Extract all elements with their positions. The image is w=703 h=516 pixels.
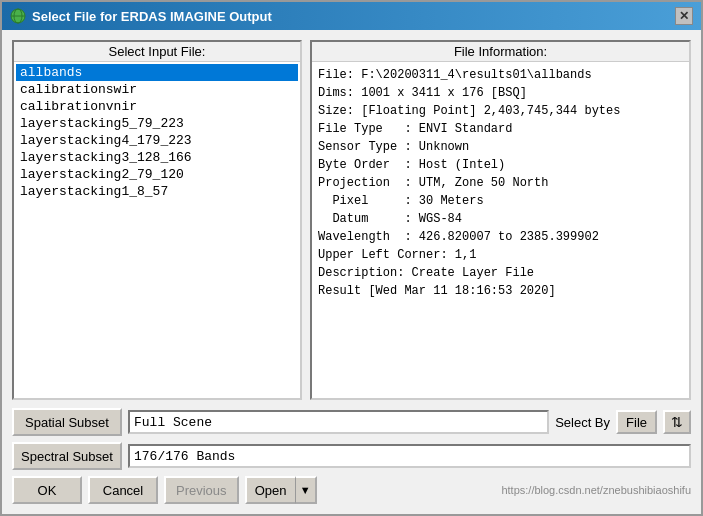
spatial-subset-value[interactable] bbox=[128, 410, 549, 434]
select-by-file-button[interactable]: File bbox=[616, 410, 657, 434]
spectral-subset-value[interactable] bbox=[128, 444, 691, 468]
title-bar: Select File for ERDAS IMAGINE Output ✕ bbox=[2, 2, 701, 30]
spectral-subset-button[interactable]: Spectral Subset bbox=[12, 442, 122, 470]
watermark: https://blog.csdn.net/znebushibiaoshifu bbox=[501, 484, 691, 496]
file-list-item[interactable]: layerstacking2_79_120 bbox=[16, 166, 298, 183]
file-info-content: File: F:\20200311_4\results01\allbands D… bbox=[312, 62, 689, 398]
close-button[interactable]: ✕ bbox=[675, 7, 693, 25]
sort-button[interactable]: ⇅ bbox=[663, 410, 691, 434]
action-row: OK Cancel Previous Open ▼ https://blog.c… bbox=[12, 476, 691, 504]
spatial-subset-button[interactable]: Spatial Subset bbox=[12, 408, 122, 436]
select-by-label: Select By bbox=[555, 415, 610, 430]
ok-button[interactable]: OK bbox=[12, 476, 82, 504]
file-list-item[interactable]: allbands bbox=[16, 64, 298, 81]
dialog-window: Select File for ERDAS IMAGINE Output ✕ S… bbox=[0, 0, 703, 516]
cancel-button[interactable]: Cancel bbox=[88, 476, 158, 504]
dialog-content: Select Input File: allbandscalibrationsw… bbox=[2, 30, 701, 514]
spectral-row: Spectral Subset bbox=[12, 442, 691, 470]
file-list[interactable]: allbandscalibrationswircalibrationvnirla… bbox=[14, 62, 300, 398]
previous-button[interactable]: Previous bbox=[164, 476, 239, 504]
title-bar-left: Select File for ERDAS IMAGINE Output bbox=[10, 8, 272, 24]
file-list-item[interactable]: layerstacking4_179_223 bbox=[16, 132, 298, 149]
left-panel: Select Input File: allbandscalibrationsw… bbox=[12, 40, 302, 400]
file-list-item[interactable]: calibrationvnir bbox=[16, 98, 298, 115]
right-panel-label: File Information: bbox=[312, 42, 689, 62]
open-dropdown-button[interactable]: ▼ bbox=[295, 476, 317, 504]
bottom-controls: Spatial Subset Select By File ⇅ Spectral… bbox=[12, 408, 691, 504]
open-split-button: Open ▼ bbox=[245, 476, 317, 504]
spatial-value-group bbox=[128, 410, 549, 434]
file-list-item[interactable]: calibrationswir bbox=[16, 81, 298, 98]
open-main-button[interactable]: Open bbox=[245, 476, 295, 504]
file-list-item[interactable]: layerstacking3_128_166 bbox=[16, 149, 298, 166]
title-text: Select File for ERDAS IMAGINE Output bbox=[32, 9, 272, 24]
left-panel-label: Select Input File: bbox=[14, 42, 300, 62]
file-list-item[interactable]: layerstacking1_8_57 bbox=[16, 183, 298, 200]
right-panel: File Information: File: F:\20200311_4\re… bbox=[310, 40, 691, 400]
panels-row: Select Input File: allbandscalibrationsw… bbox=[12, 40, 691, 400]
file-list-item[interactable]: layerstacking5_79_223 bbox=[16, 115, 298, 132]
erdas-icon bbox=[10, 8, 26, 24]
spatial-row: Spatial Subset Select By File ⇅ bbox=[12, 408, 691, 436]
